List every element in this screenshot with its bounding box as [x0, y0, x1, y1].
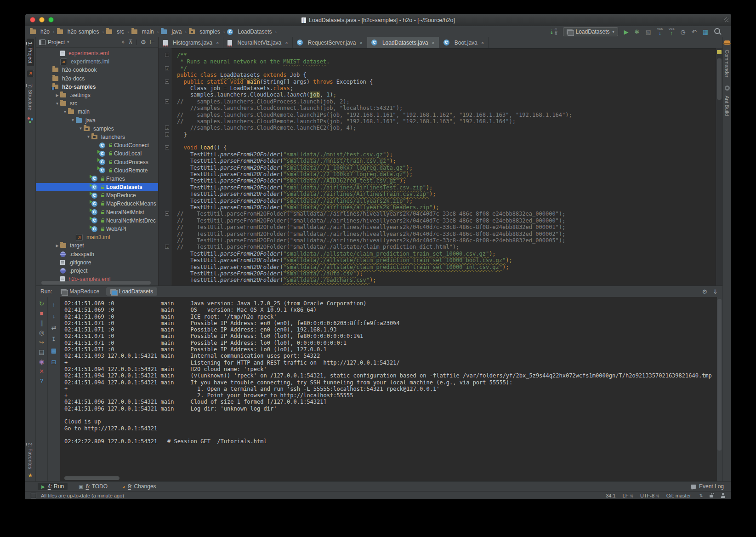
console-layout-icon[interactable]: ▤ [39, 349, 44, 355]
close-tab-icon[interactable]: × [481, 40, 484, 46]
tree-item-java[interactable]: ▼java [36, 116, 158, 125]
code-line[interactable]: ⌟// TestUtil.parseFromH2OFolder("smallda… [159, 244, 716, 250]
debug-button[interactable]: ✱ [635, 29, 640, 35]
collapse-all-icon[interactable]: ⊼ [129, 39, 133, 45]
tree-arrow-icon[interactable]: ▼ [54, 102, 60, 106]
tree-item-.gitignore[interactable]: .gitignore [36, 258, 158, 267]
undo-button[interactable]: ↶ [692, 29, 697, 35]
tree-item-h2o-samples[interactable]: h2o-samples [36, 83, 158, 91]
update-info-icon[interactable]: ⇣ 01 10 01 [549, 29, 557, 35]
console-line[interactable]: 02:41:51.094 127.0.0.1:54321 main H2O cl… [64, 366, 717, 372]
traffic-lights[interactable] [30, 17, 54, 23]
tree-item-main[interactable]: ▼main [36, 108, 158, 116]
editor-tab-NeuralNetViz.java[interactable]: NeuralNetViz.java× [223, 37, 292, 48]
pin-icon[interactable]: ◉ [39, 359, 44, 365]
console-line[interactable]: 02:41:51.096 127.0.0.1:54321 main Cloud … [64, 399, 717, 405]
console-vscrollbar[interactable] [717, 299, 722, 451]
tool-button-favorites[interactable]: 2: Favorites [27, 440, 34, 472]
hector-icon[interactable] [721, 493, 726, 498]
fold-end-icon[interactable]: ⌟ [165, 66, 169, 70]
tree-arrow-icon[interactable]: ▼ [85, 135, 91, 139]
molecule-icon[interactable] [28, 117, 34, 123]
tree-item-.settings[interactable]: ▶.settings [36, 91, 158, 99]
code-line[interactable]: TestUtil.parseFromH2OFolder("smalldata/.… [159, 191, 716, 197]
code-line[interactable]: ⌟ //samples.launchers.CloudRemote.launch… [159, 125, 716, 131]
chevron-down-icon[interactable]: ▾ [67, 40, 69, 44]
tree-item-MapReduce[interactable]: MapReduce [36, 191, 158, 200]
tree-arrow-icon[interactable]: ▶ [54, 244, 60, 248]
code-line[interactable]: TestUtil.parseFromH2OFolder("smalldata/.… [159, 184, 716, 191]
code-line[interactable]: // samples.launchers.CloudRemote.launchI… [159, 112, 716, 118]
code-line[interactable]: // TestUtil.parseFromH2OFolder("smalldat… [159, 217, 716, 224]
scroll-end-icon[interactable]: ↧ [51, 336, 57, 342]
breadcrumb-item[interactable]: h2o-samples [57, 29, 99, 35]
code-line[interactable]: −// samples.launchers.CloudProcess.launc… [159, 98, 716, 105]
code-line[interactable]: − public static void main(String[] args)… [159, 79, 716, 85]
code-line[interactable]: // TestUtil.parseFromH2OFolder("smalldat… [159, 237, 716, 244]
console-line[interactable] [64, 412, 717, 418]
code-line[interactable]: TestUtil.parseFromH2OFolder("smalldata/.… [159, 151, 716, 158]
console-line[interactable]: 02:41:51.069 :0 main ICE root: '/tmp/h2o… [64, 314, 717, 320]
thread-dump-icon[interactable]: ◎ [39, 330, 44, 336]
zoom-window-button[interactable] [48, 17, 54, 23]
tree-item-.project[interactable]: .project [36, 267, 158, 275]
tree-item-MapReduceKMeans[interactable]: MapReduceKMeans [36, 200, 158, 208]
code-line[interactable]: TestUtil.parseFromH2OFolder("smalldata/.… [159, 177, 716, 184]
vcs-update-button[interactable]: VCS↓ [657, 28, 663, 36]
console-line[interactable]: 02:41:51.096 127.0.0.1:54321 main Log di… [64, 406, 717, 412]
tree-item-target[interactable]: ▶target [36, 241, 158, 250]
tree-arrow-icon[interactable]: ▶ [54, 93, 60, 97]
console-line[interactable] [64, 432, 717, 438]
run-console[interactable]: 02:41:51.069 :0 main Java version: Java … [60, 297, 717, 481]
editor-tab-LoadDatasets.java[interactable]: LoadDatasets.java× [367, 37, 439, 48]
vcs-commit-button[interactable]: VCS↑ [669, 28, 674, 36]
code-line[interactable] [159, 138, 716, 144]
pause-icon[interactable]: ∥ [40, 320, 43, 326]
code-line[interactable]: TestUtil.parseFromH2OFolder("smalldata/.… [159, 165, 716, 171]
fold-collapse-icon[interactable]: − [165, 145, 169, 149]
close-tab-icon[interactable]: × [432, 40, 434, 46]
tree-item-Frames[interactable]: Frames [36, 175, 158, 183]
ant-build-icon[interactable] [725, 86, 730, 91]
down-stack-icon[interactable]: ↓ [52, 313, 56, 319]
fold-end-icon[interactable]: ⌟ [165, 126, 169, 130]
close-tab-icon[interactable]: × [285, 40, 288, 46]
editor[interactable]: −/** * Runs a neural network on the MNIS… [159, 48, 716, 286]
code-line[interactable]: ⌟ } [159, 131, 716, 138]
breadcrumb-item[interactable]: src [106, 29, 124, 35]
coverage-button[interactable]: ▧ [645, 29, 651, 35]
code-line[interactable]: TestUtil.parseFromH2OFolder("smalldata/.… [159, 257, 716, 263]
code-line[interactable]: //samples.launchers.CloudConnect.launch(… [159, 105, 716, 111]
settings-icon[interactable]: ⚙ [141, 39, 146, 45]
editor-vscrollbar[interactable] [717, 58, 722, 100]
tree-arrow-icon[interactable]: ▼ [78, 126, 84, 131]
stop-icon[interactable]: ■ [40, 310, 44, 316]
breadcrumb-item[interactable]: java [161, 29, 182, 35]
fold-collapse-icon[interactable]: − [165, 211, 169, 216]
editor-tab-RequestServer.java[interactable]: RequestServer.java× [293, 37, 367, 48]
run-configuration-selector[interactable]: LoadDatasets ▾ [563, 27, 618, 36]
fold-collapse-icon[interactable]: − [165, 53, 169, 57]
git-branch-selector[interactable]: Git: master [666, 493, 691, 498]
code-line[interactable]: // samples.launchers.CloudRemote.launchI… [159, 118, 716, 125]
fold-end-icon[interactable]: ⌟ [165, 132, 169, 137]
code-line[interactable]: TestUtil.parseFromH2OFolder("smalldata/.… [159, 251, 716, 257]
console-line[interactable]: 02:41:51.071 :0 main Possible IP Address… [64, 333, 717, 339]
close-icon[interactable]: ✕ [39, 368, 44, 374]
console-line[interactable]: 02:41:51.093 127.0.0.1:54321 main Intern… [64, 353, 717, 359]
tool-button-ant-build[interactable]: Ant Build [723, 92, 731, 119]
event-log-button[interactable]: Event Log [691, 483, 724, 490]
console-line[interactable]: 02:41:51.071 :0 main Possible IP Address… [64, 326, 717, 333]
fold-collapse-icon[interactable]: − [165, 80, 169, 84]
intellij-icon[interactable] [27, 70, 34, 77]
up-stack-icon[interactable]: ↑ [52, 302, 56, 308]
console-line[interactable]: Go to http://127.0.0.1:54321 [64, 425, 717, 432]
breadcrumb-item[interactable]: h2o [30, 29, 50, 35]
console-line[interactable]: + 2. Point your browser to http://localh… [64, 392, 717, 399]
tree-item-experiments.eml[interactable]: experiments.eml [36, 49, 158, 57]
caret-position[interactable]: 34:1 [606, 493, 615, 498]
gear-icon[interactable]: ⚙ [702, 289, 707, 295]
tree-item-CloudRemote[interactable]: CloudRemote [36, 166, 158, 175]
code-line[interactable]: −/** [159, 52, 716, 58]
console-line[interactable]: 02:41:51.094 127.0.0.1:54321 main (v(unk… [64, 372, 717, 379]
